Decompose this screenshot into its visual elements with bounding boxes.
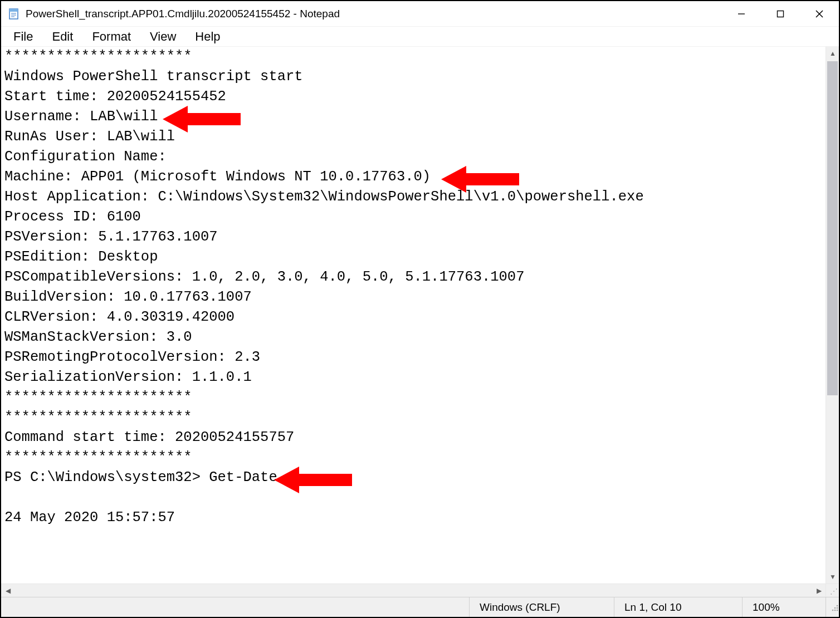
status-line-ending: Windows (CRLF) xyxy=(469,597,614,617)
status-empty xyxy=(1,597,469,617)
menu-help[interactable]: Help xyxy=(187,28,228,45)
notepad-window: PowerShell_transcript.APP01.Cmdljilu.202… xyxy=(1,1,839,617)
vertical-scrollbar[interactable]: ▲ ▼ xyxy=(826,47,839,583)
menubar: File Edit Format View Help xyxy=(1,27,839,47)
svg-rect-1 xyxy=(9,9,18,12)
menu-file[interactable]: File xyxy=(6,28,41,45)
svg-point-17 xyxy=(837,605,838,606)
menu-format[interactable]: Format xyxy=(84,28,139,45)
text-editor[interactable]: ********************** Windows PowerShel… xyxy=(1,47,826,583)
svg-point-12 xyxy=(837,609,838,611)
statusbar: Windows (CRLF) Ln 1, Col 10 100% xyxy=(1,597,839,617)
scroll-down-icon[interactable]: ▼ xyxy=(826,570,839,583)
maximize-button[interactable] xyxy=(761,1,800,27)
scroll-right-icon[interactable]: ▶ xyxy=(812,584,826,597)
size-grip-icon[interactable]: ⋰ xyxy=(826,583,839,597)
notepad-icon xyxy=(8,8,20,20)
hscroll-row: ◀ ▶ ⋰ xyxy=(1,583,839,597)
scroll-left-icon[interactable]: ◀ xyxy=(1,584,14,597)
close-button[interactable] xyxy=(800,1,839,27)
svg-point-15 xyxy=(832,609,834,611)
minimize-button[interactable] xyxy=(722,1,761,27)
titlebar: PowerShell_transcript.APP01.Cmdljilu.202… xyxy=(1,1,839,27)
scroll-up-icon[interactable]: ▲ xyxy=(826,47,839,60)
svg-point-13 xyxy=(834,609,836,611)
svg-rect-6 xyxy=(778,11,784,17)
svg-point-14 xyxy=(837,607,838,609)
content-wrap: ********************** Windows PowerShel… xyxy=(1,47,839,583)
menu-view[interactable]: View xyxy=(142,28,184,45)
status-position: Ln 1, Col 10 xyxy=(614,597,742,617)
status-grip-icon xyxy=(826,597,839,617)
horizontal-scrollbar[interactable]: ◀ ▶ xyxy=(1,583,826,597)
svg-point-16 xyxy=(834,607,836,609)
menu-edit[interactable]: Edit xyxy=(44,28,81,45)
window-title: PowerShell_transcript.APP01.Cmdljilu.202… xyxy=(26,8,340,20)
status-zoom: 100% xyxy=(742,597,826,617)
scroll-thumb[interactable] xyxy=(827,61,838,395)
